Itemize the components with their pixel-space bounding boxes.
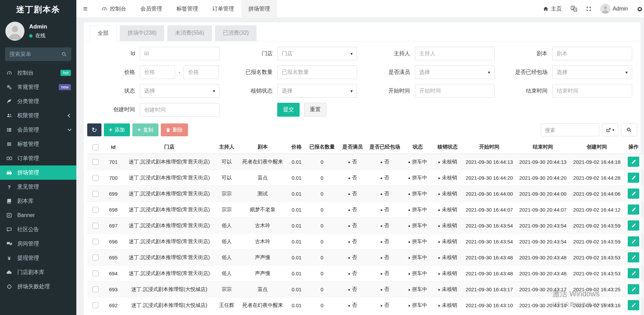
range-min-input[interactable] xyxy=(140,65,175,79)
sidebar-item[interactable]: 订单管理 xyxy=(0,151,76,165)
filter-input[interactable] xyxy=(552,47,632,60)
reset-button[interactable]: 重置 xyxy=(304,103,326,117)
cell-end-time: 2021-09-30 20:44:13 xyxy=(516,154,570,170)
filter-select[interactable]: 选择 ▾ xyxy=(552,65,632,79)
col-verify: 核销状态 xyxy=(433,140,462,154)
topnav-item[interactable]: 控制台 xyxy=(94,0,133,18)
row-checkbox[interactable] xyxy=(93,207,98,213)
sidebar-item-label: Banner xyxy=(17,212,35,218)
topnav-item-label: 会员管理 xyxy=(140,5,162,13)
tab[interactable]: 未消费(556) xyxy=(167,25,212,41)
sidebar-item[interactable]: 常规管理 new xyxy=(0,80,76,94)
filter-input[interactable] xyxy=(140,47,220,60)
cell-host: 宗宗 xyxy=(215,281,238,297)
cell-verify: ●未核销 xyxy=(433,234,462,250)
cell-price: 0.01 xyxy=(287,170,306,186)
sidebar-item[interactable]: 房间管理 xyxy=(0,237,76,251)
sidebar-item[interactable]: 会员管理 xyxy=(0,123,76,137)
row-checkbox[interactable] xyxy=(93,159,98,165)
col-store: 门店 xyxy=(123,140,215,154)
filter-input[interactable] xyxy=(552,84,632,98)
filter-select[interactable]: 选择 ▾ xyxy=(140,84,220,98)
edit-button[interactable] xyxy=(628,284,639,294)
select-all-checkbox[interactable] xyxy=(93,144,98,150)
row-checkbox[interactable] xyxy=(93,239,98,244)
copy-button[interactable]: + 复制 xyxy=(132,123,158,136)
sidebar-item[interactable]: 剧本库 xyxy=(0,194,76,208)
row-checkbox[interactable] xyxy=(93,255,98,260)
row-checkbox[interactable] xyxy=(93,191,98,197)
sidebar-item[interactable]: 拼场失败处理 xyxy=(0,279,76,294)
sidebar-toggle-button[interactable]: ≡ xyxy=(76,0,94,18)
table-search-input[interactable] xyxy=(541,123,599,136)
edit-button[interactable] xyxy=(628,173,639,183)
table-header-row: Id 门店 主持人 剧本 价格 已报名数量 是否满员 是否已经包场 状态 核销状… xyxy=(87,140,643,154)
column-search-button[interactable] xyxy=(621,123,637,136)
refresh-button[interactable]: ↻ xyxy=(87,123,101,136)
topnav-item[interactable]: 标签管理 xyxy=(169,0,205,18)
range-max-input[interactable] xyxy=(184,65,219,79)
edit-button[interactable] xyxy=(628,189,639,199)
avatar xyxy=(600,4,610,14)
delete-button[interactable]: 删除 xyxy=(161,123,188,136)
sidebar-item[interactable]: 控制台 hot xyxy=(0,66,76,80)
svg-text:A: A xyxy=(574,8,576,12)
language-button[interactable]: 文A xyxy=(566,0,582,18)
edit-button[interactable] xyxy=(628,157,639,167)
sidebar-item[interactable]: 权限管理 xyxy=(0,109,76,123)
status-dot-icon: ● xyxy=(348,224,351,228)
avatar xyxy=(5,22,24,41)
filter-label: 核销状态 xyxy=(225,87,277,95)
cell-signups: 0 xyxy=(306,281,338,297)
filter-input[interactable] xyxy=(415,84,495,98)
home-button[interactable]: 主页 xyxy=(538,0,566,18)
tab[interactable]: 全部 xyxy=(90,25,117,41)
submit-button[interactable]: 提交 xyxy=(277,103,300,117)
fullscreen-button[interactable] xyxy=(582,0,596,18)
row-checkbox[interactable] xyxy=(93,223,98,229)
tab[interactable]: 已消费(32) xyxy=(215,25,257,41)
cell-end-time: 2021-09-30 20:43:48 xyxy=(516,265,570,281)
edit-button[interactable] xyxy=(628,300,639,310)
cell-verify: ●未核销 xyxy=(433,297,462,313)
filter-input[interactable] xyxy=(415,47,495,60)
row-checkbox[interactable] xyxy=(93,175,98,181)
sidebar-item[interactable]: 标签管理 xyxy=(0,137,76,151)
sidebar-item[interactable]: 分类管理 xyxy=(0,94,76,109)
tab[interactable]: 拼场中(238) xyxy=(120,25,164,41)
cell-host: 宗宗 xyxy=(215,202,238,218)
edit-button[interactable] xyxy=(628,204,639,215)
sidebar-item[interactable]: 社区公告 xyxy=(0,222,76,237)
row-checkbox[interactable] xyxy=(93,287,98,292)
sidebar-item[interactable]: ? 意见管理 xyxy=(0,180,76,194)
edit-button[interactable] xyxy=(628,268,639,278)
topnav-item[interactable]: 会员管理 xyxy=(133,0,169,18)
filter-input[interactable] xyxy=(277,65,357,79)
user-menu[interactable]: Admin xyxy=(596,0,632,18)
sidebar-item[interactable]: 拼场管理 xyxy=(0,165,76,180)
caret-down-icon: ▾ xyxy=(351,88,353,94)
sidebar-search-input[interactable]: 搜索菜单 xyxy=(5,47,71,61)
filter-select[interactable]: 选择 ▾ xyxy=(277,84,357,98)
sidebar-item[interactable]: 门店剧本库 xyxy=(0,265,76,279)
table-toolbar: ↻ + 添加 + 复制 删除 ▾ xyxy=(84,121,641,140)
topnav-item[interactable]: 订单管理 xyxy=(205,0,241,18)
filter-select[interactable]: 选择 ▾ xyxy=(415,65,495,79)
cell-start-time: 2021-09-30 16:43:54 xyxy=(462,218,516,234)
row-checkbox[interactable] xyxy=(93,302,98,308)
export-button[interactable]: ▾ xyxy=(602,123,618,136)
settings-button[interactable] xyxy=(632,0,644,18)
sidebar-item[interactable]: Banner xyxy=(0,208,76,222)
filter-input[interactable] xyxy=(140,103,220,117)
edit-button[interactable] xyxy=(628,236,639,247)
add-button[interactable]: + 添加 xyxy=(104,123,130,136)
filter-select[interactable]: 门店 ▾ xyxy=(277,47,357,60)
topnav-item[interactable]: 拼场管理 xyxy=(241,0,277,18)
sidebar-item[interactable]: ¥ 提现管理 xyxy=(0,251,76,265)
cloud-icon xyxy=(5,270,13,275)
row-checkbox[interactable] xyxy=(93,271,98,276)
edit-button[interactable] xyxy=(628,252,639,262)
chevron-icon xyxy=(68,127,71,131)
edit-button[interactable] xyxy=(628,220,639,231)
toolbar-right: ▾ xyxy=(541,123,637,136)
